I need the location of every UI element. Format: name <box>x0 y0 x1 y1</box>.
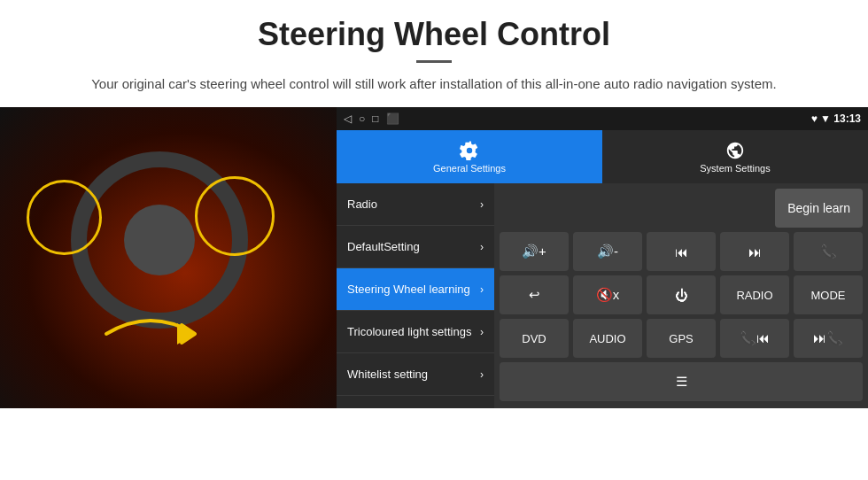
recents-icon[interactable]: □ <box>372 112 378 125</box>
controls-row-4: ☰ <box>500 362 863 401</box>
right-controls-panel: Begin learn 🔊+ 🔊- ⏮ ⏭ <box>494 183 868 408</box>
menu-item-radio[interactable]: Radio › <box>337 183 494 226</box>
phone-next-button[interactable]: ⏭📞 <box>794 319 863 358</box>
next-icon: ⏭ <box>748 244 762 259</box>
phone-next-icon: ⏭📞 <box>813 330 843 346</box>
controls-row-3: DVD AUDIO GPS 📞⏮ ⏭📞 <box>500 319 863 358</box>
tab-general-label: General Settings <box>433 163 506 174</box>
page-title: Steering Wheel Control <box>53 16 815 53</box>
chevron-icon-tricoloured: › <box>480 326 484 338</box>
right-button-highlight <box>195 176 275 256</box>
empty-placeholder <box>500 189 587 228</box>
status-nav-icons: ◁ ○ □ ⬛ <box>344 112 399 125</box>
radio-label: RADIO <box>736 289 772 302</box>
clock: 13:13 <box>833 112 861 125</box>
steering-wheel-inner <box>124 205 195 275</box>
left-button-highlight <box>27 180 102 255</box>
subtitle: Your original car's steering wheel contr… <box>53 74 815 95</box>
status-bar: ◁ ○ □ ⬛ ♥ ▼ 13:13 <box>337 107 868 130</box>
menu-default-label: DefaultSetting <box>347 240 420 253</box>
chevron-icon-steering: › <box>480 283 484 296</box>
menu-item-default-setting[interactable]: DefaultSetting › <box>337 226 494 268</box>
cast-icon[interactable]: ⬛ <box>386 112 399 125</box>
controls-row-0: Begin learn <box>500 189 863 228</box>
prev-icon: ⏮ <box>675 244 688 259</box>
chevron-icon-whitelist: › <box>480 368 484 381</box>
audio-label: AUDIO <box>589 332 625 345</box>
mute-icon: 🔇x <box>596 287 620 303</box>
mute-button[interactable]: 🔇x <box>573 275 642 314</box>
tab-bar: General Settings System Settings <box>337 130 868 183</box>
chevron-icon-radio: › <box>480 198 484 211</box>
gps-button[interactable]: GPS <box>647 319 716 358</box>
phone-button[interactable]: 📞 <box>794 232 863 271</box>
phone-prev-button[interactable]: 📞⏮ <box>720 319 789 358</box>
tab-general-settings[interactable]: General Settings <box>337 130 602 183</box>
steering-wheel-image <box>0 107 337 408</box>
next-track-button[interactable]: ⏭ <box>720 232 789 271</box>
volume-down-icon: 🔊- <box>597 244 618 259</box>
controls-row-1: 🔊+ 🔊- ⏮ ⏭ 📞 <box>500 232 863 271</box>
tab-system-settings[interactable]: System Settings <box>602 130 868 183</box>
menu-item-steering-wheel[interactable]: Steering Wheel learning › <box>337 268 494 311</box>
empty-placeholder-3 <box>684 189 771 228</box>
mode-button[interactable]: MODE <box>794 275 863 314</box>
menu-steering-label: Steering Wheel learning <box>347 283 470 296</box>
phone-icon: 📞 <box>820 244 837 259</box>
mode-label: MODE <box>811 289 846 302</box>
prev-track-button[interactable]: ⏮ <box>647 232 716 271</box>
chevron-icon-default: › <box>480 241 484 253</box>
home-icon[interactable]: ○ <box>359 112 365 125</box>
begin-learn-button[interactable]: Begin learn <box>775 189 863 228</box>
radio-button[interactable]: RADIO <box>720 275 789 314</box>
empty-placeholder-2 <box>592 189 679 228</box>
top-section: Steering Wheel Control Your original car… <box>0 0 868 107</box>
phone-prev-icon: 📞⏮ <box>740 330 770 346</box>
volume-up-icon: 🔊+ <box>522 244 546 259</box>
volume-down-button[interactable]: 🔊- <box>573 232 642 271</box>
menu-item-whitelist[interactable]: Whitelist setting › <box>337 353 494 396</box>
gear-icon <box>460 141 479 160</box>
controls-row-2: ↩ 🔇x ⏻ RADIO MODE <box>500 275 863 314</box>
gps-label: GPS <box>669 332 693 345</box>
left-menu: Radio › DefaultSetting › Steering Wheel … <box>337 183 494 408</box>
power-button[interactable]: ⏻ <box>647 275 716 314</box>
audio-button[interactable]: AUDIO <box>573 319 642 358</box>
signal-icon: ♥ ▼ <box>811 112 834 125</box>
dvd-button[interactable]: DVD <box>500 319 569 358</box>
menu-icon-button[interactable]: ☰ <box>500 362 863 401</box>
menu-item-tricoloured[interactable]: Tricoloured light settings › <box>337 311 494 353</box>
hang-up-icon: ↩ <box>529 287 540 303</box>
menu-radio-label: Radio <box>347 197 377 211</box>
hang-up-button[interactable]: ↩ <box>500 275 569 314</box>
back-icon[interactable]: ◁ <box>344 112 352 125</box>
title-divider <box>416 60 452 63</box>
dvd-label: DVD <box>522 332 546 345</box>
tab-system-label: System Settings <box>700 163 770 174</box>
status-time: ♥ ▼ 13:13 <box>811 112 861 125</box>
android-ui: ◁ ○ □ ⬛ ♥ ▼ 13:13 General Settings <box>337 107 868 408</box>
hamburger-icon: ☰ <box>676 374 687 390</box>
arrow-indicator <box>97 298 213 373</box>
menu-whitelist-label: Whitelist setting <box>347 368 428 381</box>
content-row: ◁ ○ □ ⬛ ♥ ▼ 13:13 General Settings <box>0 107 868 408</box>
power-icon: ⏻ <box>675 288 688 303</box>
volume-up-button[interactable]: 🔊+ <box>500 232 569 271</box>
settings-content: Radio › DefaultSetting › Steering Wheel … <box>337 183 868 408</box>
globe-icon <box>725 141 745 160</box>
menu-tricoloured-label: Tricoloured light settings <box>347 325 471 338</box>
